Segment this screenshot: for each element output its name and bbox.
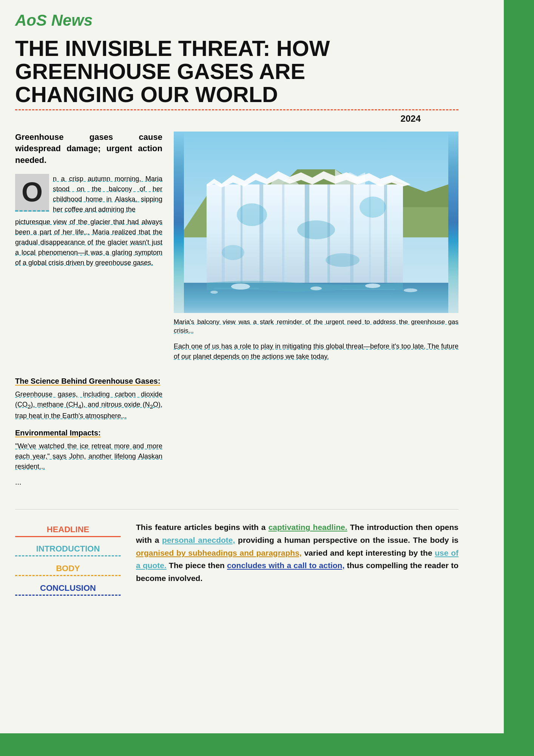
ellipsis: ... (15, 478, 162, 486)
highlight-body: organised by subheadings and paragraphs, (136, 548, 302, 557)
legend-section: HEADLINE INTRODUCTION BODY CONCLUSION Th… (15, 509, 458, 596)
site-title: AoS News (15, 11, 458, 29)
svg-point-16 (297, 220, 335, 239)
legend-conclusion-line (15, 595, 121, 596)
legend-headline: HEADLINE (15, 525, 121, 537)
publication-year: 2024 (401, 113, 421, 124)
continuation-text: picturesque view of the glacier that had… (15, 217, 162, 268)
svg-point-28 (310, 287, 322, 290)
legend-body-line (15, 575, 121, 576)
green-bar-right (504, 0, 534, 756)
left-column: Greenhouse gases cause widespread damage… (15, 132, 162, 362)
intro-bold: Greenhouse gases cause widespread damage… (15, 132, 162, 166)
svg-rect-14 (384, 184, 387, 283)
svg-rect-8 (259, 184, 263, 283)
svg-point-27 (231, 284, 250, 290)
highlight-headline: captivating headline. (269, 523, 347, 531)
svg-point-30 (210, 291, 218, 294)
glacier-image (174, 132, 458, 313)
svg-point-29 (365, 284, 380, 288)
main-headline: THE INVISIBLE THREAT: HOW GREENHOUSE GAS… (15, 37, 393, 106)
svg-point-18 (222, 245, 244, 260)
call-to-action: Each one of us has a role to play in mit… (174, 341, 458, 362)
legend-intro-line (15, 555, 121, 557)
highlight-anecdote: personal anecdote, (162, 536, 235, 544)
highlight-conclusion: concludes with a call to action, (227, 561, 344, 570)
drop-cap-text: n a crisp autumn morning, Maria stood on… (53, 174, 162, 215)
impacts-text: "We've watched the ice retreat more and … (15, 441, 162, 472)
legend-description: This feature articles begins with a capt… (136, 521, 458, 596)
subheading-impacts: Environmental Impacts: (15, 429, 162, 437)
svg-rect-12 (350, 184, 353, 283)
legend-intro-label: INTRODUCTION (15, 544, 121, 554)
green-bar-bottom (0, 733, 504, 756)
image-caption: Maria's balcony view was a stark reminde… (174, 318, 458, 336)
svg-point-19 (326, 253, 360, 267)
drop-cap-block: O n a crisp autumn morning, Maria stood … (15, 174, 162, 215)
svg-point-15 (237, 203, 267, 226)
legend-body-label: BODY (15, 564, 121, 573)
legend-headline-line (15, 536, 121, 537)
svg-point-31 (404, 288, 417, 292)
right-column: Maria's balcony view was a stark reminde… (174, 132, 458, 362)
drop-cap-box: O (15, 174, 49, 212)
svg-rect-7 (241, 184, 242, 283)
left-body-column: The Science Behind Greenhouse Gases: Gre… (15, 369, 162, 486)
legend-conclusion-label: CONCLUSION (15, 583, 121, 593)
subheading-science: The Science Behind Greenhouse Gases: (15, 377, 162, 386)
right-body-column (174, 369, 458, 486)
svg-rect-9 (282, 184, 284, 283)
legend-headline-label: HEADLINE (15, 525, 121, 534)
legend-conclusion: CONCLUSION (15, 583, 121, 596)
svg-point-17 (360, 197, 386, 218)
legend-intro: INTRODUCTION (15, 544, 121, 557)
drop-cap-letter: O (22, 177, 43, 208)
science-text: Greenhouse gases, including carbon dioxi… (15, 389, 162, 421)
svg-rect-6 (222, 184, 225, 283)
headline-divider (15, 109, 458, 110)
legend-body: BODY (15, 564, 121, 576)
legend-items: HEADLINE INTRODUCTION BODY CONCLUSION (15, 521, 121, 596)
